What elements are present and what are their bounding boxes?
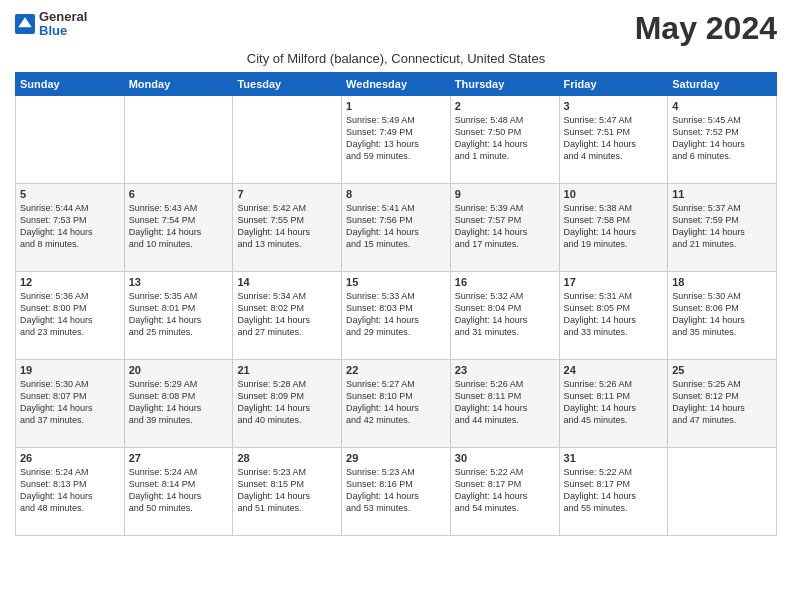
day-number: 31 [564,452,664,464]
calendar-cell: 22Sunrise: 5:27 AM Sunset: 8:10 PM Dayli… [342,360,451,448]
day-of-week-header: Tuesday [233,73,342,96]
day-detail: Sunrise: 5:26 AM Sunset: 8:11 PM Dayligh… [455,378,555,427]
calendar-cell: 9Sunrise: 5:39 AM Sunset: 7:57 PM Daylig… [450,184,559,272]
day-number: 27 [129,452,229,464]
calendar-header-row: SundayMondayTuesdayWednesdayThursdayFrid… [16,73,777,96]
calendar-cell: 7Sunrise: 5:42 AM Sunset: 7:55 PM Daylig… [233,184,342,272]
calendar-cell: 24Sunrise: 5:26 AM Sunset: 8:11 PM Dayli… [559,360,668,448]
day-detail: Sunrise: 5:32 AM Sunset: 8:04 PM Dayligh… [455,290,555,339]
logo-general: General [39,10,87,24]
calendar-cell: 5Sunrise: 5:44 AM Sunset: 7:53 PM Daylig… [16,184,125,272]
day-number: 13 [129,276,229,288]
calendar-cell: 21Sunrise: 5:28 AM Sunset: 8:09 PM Dayli… [233,360,342,448]
calendar-week-row: 19Sunrise: 5:30 AM Sunset: 8:07 PM Dayli… [16,360,777,448]
day-number: 19 [20,364,120,376]
day-number: 10 [564,188,664,200]
day-detail: Sunrise: 5:28 AM Sunset: 8:09 PM Dayligh… [237,378,337,427]
calendar-week-row: 12Sunrise: 5:36 AM Sunset: 8:00 PM Dayli… [16,272,777,360]
day-number: 1 [346,100,446,112]
calendar-cell: 6Sunrise: 5:43 AM Sunset: 7:54 PM Daylig… [124,184,233,272]
day-number: 21 [237,364,337,376]
page-header: General Blue May 2024 [15,10,777,47]
day-detail: Sunrise: 5:35 AM Sunset: 8:01 PM Dayligh… [129,290,229,339]
day-number: 20 [129,364,229,376]
day-of-week-header: Wednesday [342,73,451,96]
calendar-cell [16,96,125,184]
calendar-table: SundayMondayTuesdayWednesdayThursdayFrid… [15,72,777,536]
day-of-week-header: Thursday [450,73,559,96]
day-number: 14 [237,276,337,288]
day-number: 3 [564,100,664,112]
day-number: 18 [672,276,772,288]
calendar-cell [668,448,777,536]
calendar-cell: 25Sunrise: 5:25 AM Sunset: 8:12 PM Dayli… [668,360,777,448]
day-detail: Sunrise: 5:23 AM Sunset: 8:15 PM Dayligh… [237,466,337,515]
day-detail: Sunrise: 5:24 AM Sunset: 8:13 PM Dayligh… [20,466,120,515]
calendar-cell: 16Sunrise: 5:32 AM Sunset: 8:04 PM Dayli… [450,272,559,360]
day-detail: Sunrise: 5:22 AM Sunset: 8:17 PM Dayligh… [455,466,555,515]
day-number: 12 [20,276,120,288]
calendar-cell [124,96,233,184]
day-number: 5 [20,188,120,200]
day-detail: Sunrise: 5:49 AM Sunset: 7:49 PM Dayligh… [346,114,446,163]
calendar-week-row: 5Sunrise: 5:44 AM Sunset: 7:53 PM Daylig… [16,184,777,272]
day-number: 6 [129,188,229,200]
logo-icon [15,14,35,34]
day-number: 16 [455,276,555,288]
calendar-cell: 8Sunrise: 5:41 AM Sunset: 7:56 PM Daylig… [342,184,451,272]
day-detail: Sunrise: 5:44 AM Sunset: 7:53 PM Dayligh… [20,202,120,251]
day-number: 25 [672,364,772,376]
calendar-cell: 19Sunrise: 5:30 AM Sunset: 8:07 PM Dayli… [16,360,125,448]
calendar-cell: 11Sunrise: 5:37 AM Sunset: 7:59 PM Dayli… [668,184,777,272]
day-detail: Sunrise: 5:22 AM Sunset: 8:17 PM Dayligh… [564,466,664,515]
day-number: 24 [564,364,664,376]
day-number: 15 [346,276,446,288]
calendar-cell: 31Sunrise: 5:22 AM Sunset: 8:17 PM Dayli… [559,448,668,536]
logo-blue: Blue [39,24,87,38]
day-number: 7 [237,188,337,200]
day-number: 30 [455,452,555,464]
calendar-cell: 17Sunrise: 5:31 AM Sunset: 8:05 PM Dayli… [559,272,668,360]
day-detail: Sunrise: 5:36 AM Sunset: 8:00 PM Dayligh… [20,290,120,339]
day-detail: Sunrise: 5:39 AM Sunset: 7:57 PM Dayligh… [455,202,555,251]
day-detail: Sunrise: 5:41 AM Sunset: 7:56 PM Dayligh… [346,202,446,251]
day-number: 29 [346,452,446,464]
day-number: 17 [564,276,664,288]
day-detail: Sunrise: 5:38 AM Sunset: 7:58 PM Dayligh… [564,202,664,251]
day-detail: Sunrise: 5:27 AM Sunset: 8:10 PM Dayligh… [346,378,446,427]
day-detail: Sunrise: 5:26 AM Sunset: 8:11 PM Dayligh… [564,378,664,427]
day-detail: Sunrise: 5:37 AM Sunset: 7:59 PM Dayligh… [672,202,772,251]
day-number: 23 [455,364,555,376]
calendar-cell: 26Sunrise: 5:24 AM Sunset: 8:13 PM Dayli… [16,448,125,536]
calendar-cell [233,96,342,184]
day-number: 26 [20,452,120,464]
day-detail: Sunrise: 5:23 AM Sunset: 8:16 PM Dayligh… [346,466,446,515]
day-number: 2 [455,100,555,112]
calendar-week-row: 1Sunrise: 5:49 AM Sunset: 7:49 PM Daylig… [16,96,777,184]
calendar-cell: 20Sunrise: 5:29 AM Sunset: 8:08 PM Dayli… [124,360,233,448]
calendar-cell: 27Sunrise: 5:24 AM Sunset: 8:14 PM Dayli… [124,448,233,536]
day-detail: Sunrise: 5:25 AM Sunset: 8:12 PM Dayligh… [672,378,772,427]
calendar-cell: 2Sunrise: 5:48 AM Sunset: 7:50 PM Daylig… [450,96,559,184]
day-detail: Sunrise: 5:47 AM Sunset: 7:51 PM Dayligh… [564,114,664,163]
day-number: 8 [346,188,446,200]
calendar-week-row: 26Sunrise: 5:24 AM Sunset: 8:13 PM Dayli… [16,448,777,536]
calendar-cell: 28Sunrise: 5:23 AM Sunset: 8:15 PM Dayli… [233,448,342,536]
calendar-cell: 14Sunrise: 5:34 AM Sunset: 8:02 PM Dayli… [233,272,342,360]
calendar-cell: 23Sunrise: 5:26 AM Sunset: 8:11 PM Dayli… [450,360,559,448]
calendar-cell: 13Sunrise: 5:35 AM Sunset: 8:01 PM Dayli… [124,272,233,360]
day-of-week-header: Saturday [668,73,777,96]
day-detail: Sunrise: 5:45 AM Sunset: 7:52 PM Dayligh… [672,114,772,163]
day-of-week-header: Monday [124,73,233,96]
calendar-cell: 1Sunrise: 5:49 AM Sunset: 7:49 PM Daylig… [342,96,451,184]
day-number: 4 [672,100,772,112]
day-number: 11 [672,188,772,200]
day-number: 22 [346,364,446,376]
calendar-cell: 3Sunrise: 5:47 AM Sunset: 7:51 PM Daylig… [559,96,668,184]
day-detail: Sunrise: 5:34 AM Sunset: 8:02 PM Dayligh… [237,290,337,339]
day-detail: Sunrise: 5:29 AM Sunset: 8:08 PM Dayligh… [129,378,229,427]
day-of-week-header: Friday [559,73,668,96]
day-detail: Sunrise: 5:31 AM Sunset: 8:05 PM Dayligh… [564,290,664,339]
calendar-cell: 15Sunrise: 5:33 AM Sunset: 8:03 PM Dayli… [342,272,451,360]
logo-text: General Blue [39,10,87,39]
